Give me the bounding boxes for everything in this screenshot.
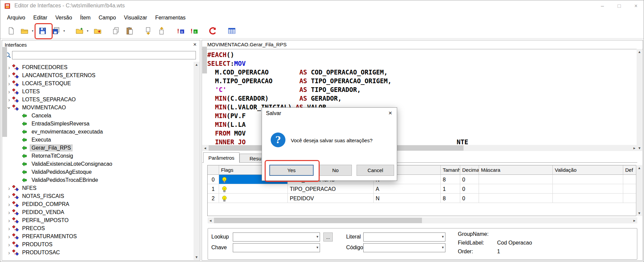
maximize-button[interactable]: □ [611,0,627,12]
tree-item-Executa[interactable]: Executa [2,136,194,144]
tree-item-LANCAMENTOS_EXTERNOS[interactable]: ›LANCAMENTOS_EXTERNOS [2,71,194,80]
dialog-no-button[interactable]: No [319,165,352,176]
grid-cell-tam[interactable]: 8 [441,175,460,184]
scroll-right-icon[interactable]: ► [632,145,637,151]
tree-item-PEDIDO_VENDA[interactable]: ›PEDIDO_VENDA [2,208,194,216]
chevron-collapsed-icon[interactable]: › [6,242,12,248]
chevron-collapsed-icon[interactable]: › [6,194,12,199]
folder-go-icon[interactable] [92,25,104,37]
scroll-right-icon[interactable]: ► [632,217,637,223]
grid-cell-flags[interactable] [219,184,288,194]
tree-item-LOTES[interactable]: ›LOTES [2,88,194,96]
scroll-up-icon[interactable]: ▲ [637,49,642,55]
grid-cell-mas[interactable] [479,184,553,194]
literal-combobox[interactable]: ▾ [363,232,445,242]
grid-row-number[interactable]: 2 [208,194,219,203]
dialog-close-icon[interactable]: × [388,109,392,117]
dialog-yes-button[interactable]: Yes [269,165,314,176]
tree-item-EntradaSimplesReversa[interactable]: EntradaSimplesReversa [2,120,194,128]
refresh-icon[interactable] [207,25,219,37]
chevron-collapsed-icon[interactable]: › [6,186,12,191]
tree-item-NOTAS_FISCAIS[interactable]: ›NOTAS_FISCAIS [2,192,194,200]
paste-icon[interactable] [124,25,136,37]
grid-cell-dec[interactable]: 0 [460,184,479,194]
data-grid-icon[interactable] [226,25,238,37]
chevron-collapsed-icon[interactable]: › [6,202,12,207]
tree-item-PEDIDO_COMPRA[interactable]: ›PEDIDO_COMPRA [2,200,194,208]
scroll-down-icon[interactable]: ▼ [636,210,642,216]
grid-cell-tam[interactable]: 1 [441,184,460,194]
close-button[interactable]: × [628,0,644,12]
scroll-left-icon[interactable]: ◄ [208,217,213,223]
dialog-cancel-button[interactable]: Cancel [357,165,394,176]
lookup-browse-button[interactable]: ... [323,232,333,242]
code-scroll-thumb[interactable] [202,47,207,73]
grid-cell-def[interactable] [623,194,637,203]
tab-parametros[interactable]: Parâmetros [203,152,239,163]
folder-new-icon-dropdown[interactable]: ▾ [87,25,90,37]
grid-vertical-scrollbar[interactable]: ▲ ▼ [636,165,642,216]
tree-item-ev_movimentacao_executada[interactable]: ev_movimentacao_executada [2,128,194,136]
grid-cell-dec[interactable]: 0 [460,175,479,184]
lookup-combobox[interactable]: ▾ [233,232,320,242]
tree-item-PRODUTOS[interactable]: ›PRODUTOS [2,241,194,249]
grid-cell-flags[interactable] [219,194,288,203]
scroll-down-icon[interactable]: ▼ [194,254,200,260]
import-item-icon[interactable] [156,25,168,37]
tree-item-FORNECEDORES[interactable]: ›FORNECEDORES [2,63,194,71]
search-input[interactable] [12,51,196,59]
chevron-expanded-icon[interactable]: › [6,105,12,111]
tree-item-LOCAIS_ESTOQUE[interactable]: ›LOCAIS_ESTOQUE [2,80,194,88]
validate-first-icon[interactable]: !a [175,25,187,37]
grid-header-validacao[interactable]: Validação [553,165,623,175]
scroll-left-icon[interactable]: ◄ [202,145,208,151]
codigo-combobox[interactable]: ▾ [363,243,445,252]
grid-cell-dec[interactable]: 0 [460,194,479,203]
grid-cell-def[interactable] [623,175,637,184]
save-all-icon[interactable] [50,25,62,37]
tree-item-LOTES_SEPARACAO[interactable]: ›LOTES_SEPARACAO [2,96,194,104]
menu-item-item[interactable]: Ítem [76,13,95,23]
open-folder-icon-dropdown[interactable]: ▾ [32,25,35,37]
folder-new-icon[interactable] [73,25,86,37]
grid-row-number[interactable]: 1 [208,184,219,194]
grid-row-number[interactable]: 0 [208,175,219,184]
menu-item-visualizar[interactable]: Visualizar [120,13,151,23]
grid-cell-tam[interactable]: 8 [441,194,460,203]
grid-cell-name[interactable]: TIPO_OPERACAO [288,184,374,194]
grid-cell-mas[interactable] [479,175,553,184]
minimize-button[interactable]: – [595,0,610,12]
grid-row-1[interactable]: 1TIPO_OPERACAOA10 [208,184,637,194]
copy-icon[interactable] [110,25,122,37]
tree-item-PRECOS[interactable]: ›PRECOS [2,224,194,232]
scroll-up-icon[interactable]: ▲ [636,165,642,171]
tree-item-RetornaTitConsig[interactable]: RetornaTitConsig [2,152,194,160]
tree-item-ValidaExistenciaLoteConsignacao[interactable]: ValidaExistenciaLoteConsignacao [2,160,194,168]
grid-header-col0[interactable] [208,165,219,175]
tree-item-NFES[interactable]: ›NFES [2,184,194,192]
grid-cell-def[interactable] [623,184,637,194]
tree-item-PREFATURAMENTOS[interactable]: ›PREFATURAMENTOS [2,232,194,241]
menu-item-campo[interactable]: Campo [95,13,120,23]
grid-cell-mas[interactable] [479,194,553,203]
scroll-down-icon[interactable]: ▼ [637,145,642,151]
export-item-icon[interactable] [143,25,155,37]
grid-header-decima[interactable]: Decima [460,165,479,175]
menu-item-versao[interactable]: Versão [51,13,76,23]
grid-cell-tipo[interactable]: A [374,184,441,194]
save-icon[interactable] [37,25,49,37]
chevron-collapsed-icon[interactable]: › [6,218,12,223]
tree-item-Gerar_Fila_RPS[interactable]: Gerar_Fila_RPS [2,144,194,152]
grid-cell-name[interactable]: PEDIDOV [288,194,374,203]
new-document-icon[interactable] [5,25,17,37]
validate-next-icon[interactable]: !a [188,25,200,37]
scroll-up-icon[interactable]: ▲ [194,62,200,67]
grid-cell-val[interactable] [553,194,623,203]
chevron-collapsed-icon[interactable]: › [6,210,12,215]
grid-header-mascara[interactable]: Máscara [479,165,553,175]
grid-header-tamanh[interactable]: Tamanh [441,165,460,175]
tree-item-Cancela[interactable]: Cancela [2,112,194,120]
tree-scroll-thumb[interactable] [2,47,7,137]
grid-cell-tipo[interactable]: N [374,194,441,203]
open-folder-icon[interactable] [18,25,31,37]
